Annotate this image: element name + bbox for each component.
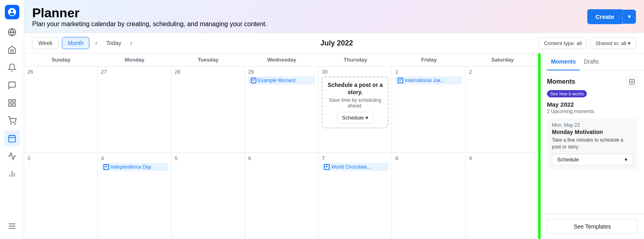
week-view-button[interactable]: Week <box>32 37 59 49</box>
day-number-2: 2 <box>469 69 536 75</box>
event-label-3: Independence Day <box>111 164 151 170</box>
day-number-28: 28 <box>175 69 242 75</box>
sidebar-item-content[interactable] <box>4 95 20 111</box>
moment-schedule-dropdown[interactable]: Schedule ▾ <box>552 154 633 165</box>
meta-logo-icon[interactable] <box>5 5 19 19</box>
schedule-prompt-title: Schedule a post or a story. <box>326 81 384 96</box>
shared-to-label: Shared to: all <box>595 40 626 46</box>
moments-icon-button[interactable] <box>626 76 638 87</box>
event-independence-day[interactable]: Independence Day <box>101 163 168 171</box>
calendar-grid: 26 27 28 29 Example Moment <box>24 66 539 239</box>
day-header-tuesday: Tuesday <box>171 54 245 66</box>
moments-title: Moments <box>547 78 575 85</box>
cal-cell-7[interactable]: 7 World Chocolate... <box>318 153 392 239</box>
moments-section-header: Moments <box>547 76 638 87</box>
svg-point-6 <box>10 124 11 124</box>
day-number-9: 9 <box>469 155 536 161</box>
moment-description: Take a few minutes to schedule a post or… <box>552 137 633 150</box>
sidebar-item-more[interactable] <box>4 218 20 234</box>
moment-date: Mon, May 23 <box>552 122 633 128</box>
sidebar-item-insights[interactable] <box>4 166 20 182</box>
cal-cell-2[interactable]: 2 <box>466 66 539 153</box>
sidebar-item-ads[interactable] <box>4 148 20 164</box>
sidebar-item-notifications[interactable] <box>4 60 20 76</box>
svg-rect-3 <box>12 100 15 102</box>
page-title: Planner <box>32 6 267 21</box>
event-example-moment[interactable]: Example Moment <box>248 76 315 84</box>
event-label-4: World Chocolate... <box>331 164 371 170</box>
sidebar-item-messages[interactable] <box>4 77 20 93</box>
page-subtitle: Plan your marketing calendar by creating… <box>32 21 267 28</box>
see-templates-button[interactable]: See Templates <box>547 219 638 234</box>
schedule-prompt-subtitle: Save time by scheduling ahead. <box>326 97 384 109</box>
header-text: Planner Plan your marketing calendar by … <box>32 6 267 28</box>
day-number-27: 27 <box>101 69 168 75</box>
shared-to-filter[interactable]: Shared to: all ▾ <box>590 37 636 49</box>
next-month-button[interactable]: › <box>128 38 134 48</box>
create-dropdown-button[interactable]: ▼ <box>622 10 636 24</box>
today-button[interactable]: Today <box>103 38 124 48</box>
sidebar-item-commerce[interactable] <box>4 113 20 129</box>
cal-cell-28[interactable]: 28 <box>171 66 245 153</box>
create-button-group: Create ▼ <box>587 9 636 24</box>
panel-month: May 2022 <box>547 101 638 108</box>
tab-drafts[interactable]: Drafts <box>580 54 603 70</box>
schedule-prompt-button[interactable]: Schedule ▾ <box>337 112 374 124</box>
panel-upcoming: 2 Upcoming moments <box>547 109 638 114</box>
page-header: Planner Plan your marketing calendar by … <box>24 0 644 33</box>
sidebar-item-home[interactable] <box>4 42 20 58</box>
day-header-sunday: Sunday <box>24 54 98 66</box>
day-header-friday: Friday <box>392 54 466 66</box>
cal-cell-3[interactable]: 3 <box>24 153 98 239</box>
day-header-saturday: Saturday <box>466 54 539 66</box>
cal-cell-27[interactable]: 27 <box>98 66 171 153</box>
event-international-joke[interactable]: International Jok... <box>395 76 462 84</box>
cal-cell-6[interactable]: 6 <box>245 153 319 239</box>
cal-cell-26[interactable]: 26 <box>24 66 98 153</box>
main-area: Planner Plan your marketing calendar by … <box>24 0 644 239</box>
day-number-1: 1 <box>395 69 462 75</box>
svg-rect-5 <box>12 104 15 106</box>
cal-cell-9[interactable]: 9 <box>466 153 539 239</box>
schedule-prompt: Schedule a post or a story. Save time by… <box>322 76 388 128</box>
cal-cell-5[interactable]: 5 <box>171 153 245 239</box>
sidebar-item-planner[interactable] <box>4 130 20 146</box>
create-button[interactable]: Create <box>587 9 622 24</box>
cal-cell-4[interactable]: 4 Independence Day <box>98 153 171 239</box>
prev-month-button[interactable]: ‹ <box>93 38 99 48</box>
cal-cell-8[interactable]: 8 <box>392 153 466 239</box>
event-icon-2 <box>398 78 403 83</box>
calendar-day-headers: Sunday Monday Tuesday Wednesday Thursday… <box>24 54 539 66</box>
day-header-wednesday: Wednesday <box>245 54 319 66</box>
cal-cell-1[interactable]: 1 International Jok... <box>392 66 466 153</box>
tab-moments[interactable]: Moments <box>547 54 580 70</box>
event-label: Example Moment <box>258 78 295 83</box>
day-number-4: 4 <box>101 155 168 161</box>
current-month-title: July 2022 <box>138 39 535 47</box>
day-header-monday: Monday <box>98 54 171 66</box>
day-number-6: 6 <box>248 155 315 161</box>
content-area: Sunday Monday Tuesday Wednesday Thursday… <box>24 54 644 239</box>
moment-schedule-label: Schedule <box>557 157 579 163</box>
svg-rect-4 <box>8 104 11 106</box>
calendar-toolbar: Week Month ‹ Today › July 2022 Content t… <box>24 33 644 54</box>
sidebar-item-globe[interactable] <box>4 24 20 40</box>
day-number-30: 30 <box>322 69 388 75</box>
cal-cell-29[interactable]: 29 Example Moment <box>245 66 319 153</box>
event-icon <box>251 78 256 83</box>
calendar: Sunday Monday Tuesday Wednesday Thursday… <box>24 54 539 239</box>
content-type-filter[interactable]: Content type: all <box>539 37 587 49</box>
svg-point-7 <box>14 124 15 124</box>
see-how-badge[interactable]: See how it works <box>547 90 587 97</box>
event-label-2: International Jok... <box>405 78 444 83</box>
event-icon-4 <box>324 164 330 170</box>
month-view-button[interactable]: Month <box>62 37 90 49</box>
day-number-29: 29 <box>248 69 315 75</box>
event-world-chocolate[interactable]: World Chocolate... <box>322 163 388 171</box>
panel-content: Moments See how it works May 2022 2 Upco… <box>541 70 644 214</box>
day-number-26: 26 <box>27 69 94 75</box>
cal-cell-30[interactable]: 30 Schedule a post or a story. Save time… <box>318 66 392 153</box>
panel-footer: See Templates <box>541 214 644 239</box>
day-number-5: 5 <box>175 155 242 161</box>
schedule-prompt-button-arrow: ▾ <box>365 115 368 121</box>
